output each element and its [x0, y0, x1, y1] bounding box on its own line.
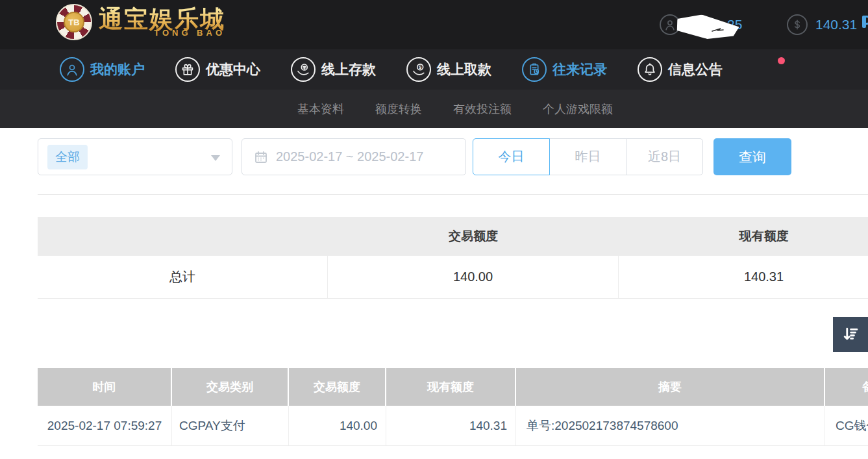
- date-range-value: 2025-02-17 ~ 2025-02-17: [276, 149, 423, 164]
- nav-label: 往来记录: [552, 60, 607, 79]
- quick-date-buttons: 今日 昨日 近8日: [473, 138, 703, 175]
- col-time: 时间: [38, 368, 172, 406]
- main-nav: 我的账户 优惠中心 线上存款: [0, 49, 868, 90]
- deposit-icon: [291, 57, 316, 82]
- calendar-icon: [254, 150, 268, 164]
- subnav-item-valid-bets[interactable]: 有效投注额: [453, 101, 512, 117]
- subnav-item-credit-transfer[interactable]: 额度转换: [375, 101, 422, 117]
- nav-label: 优惠中心: [206, 60, 260, 79]
- summary-header-balance: 现有额度: [619, 217, 868, 256]
- transactions-table-header: 时间 交易类别 交易额度 现有额度 摘要 备注: [38, 368, 868, 406]
- col-balance: 现有额度: [386, 368, 516, 406]
- cell-time: 2025-02-17 07:59:27: [38, 406, 172, 445]
- last-8-days-button[interactable]: 近8日: [626, 138, 703, 175]
- summary-table-header: 交易额度 现有额度: [38, 217, 868, 256]
- yesterday-button[interactable]: 昨日: [549, 138, 626, 175]
- col-amount: 交易额度: [289, 368, 386, 406]
- gift-icon: [175, 57, 200, 82]
- chip-monogram: TB: [64, 12, 84, 32]
- nav-label: 线上存款: [321, 60, 376, 79]
- transactions-table: 时间 交易类别 交易额度 现有额度 摘要 备注 2025-02-17 07:59…: [38, 368, 868, 446]
- nav-label: 我的账户: [90, 60, 145, 79]
- summary-table: 交易额度 现有额度 总计 140.00 140.31: [38, 217, 868, 299]
- filter-bar: 全部 2025-02-17 ~ 2025-02-17 今日 昨日 近8日 查询: [38, 138, 868, 175]
- account-balance[interactable]: 140.31: [787, 14, 857, 35]
- table-row: 2025-02-17 07:59:27 CGPAY支付 140.00 140.3…: [38, 406, 868, 446]
- bell-icon: [638, 57, 662, 82]
- summary-total-label: 总计: [38, 256, 328, 298]
- notification-badge-dot: [778, 57, 785, 64]
- site-logo[interactable]: TB 通宝娱乐城 TONG BAO: [56, 4, 225, 40]
- cell-type: CGPAY支付: [172, 406, 289, 445]
- site-subtitle: TONG BAO: [154, 28, 225, 38]
- col-type: 交易类别: [172, 368, 289, 406]
- subnav-item-basic-info[interactable]: 基本资料: [297, 101, 344, 117]
- date-range-input[interactable]: 2025-02-17 ~ 2025-02-17: [242, 138, 466, 175]
- summary-header-empty: [38, 217, 328, 256]
- col-summary: 摘要: [516, 368, 825, 406]
- cell-summary: 单号:202502173874578600: [516, 406, 825, 445]
- nav-item-my-account[interactable]: 我的账户: [60, 57, 145, 82]
- balance-amount: 140.31: [815, 17, 857, 32]
- nav-label: 信息公告: [668, 60, 723, 79]
- selected-type-chip: 全部: [47, 145, 88, 169]
- nav-item-records[interactable]: 往来记录: [522, 57, 607, 82]
- col-remark: 备注: [825, 368, 868, 406]
- topbar: TB 通宝娱乐城 TONG BAO 25: [0, 0, 868, 49]
- user-icon: [60, 57, 84, 82]
- sub-nav: 基本资料 额度转换 有效投注额 个人游戏限额: [0, 90, 868, 128]
- sort-descending-icon: [841, 325, 860, 343]
- cell-remark: CG钱包: [825, 406, 868, 445]
- today-button[interactable]: 今日: [473, 138, 550, 175]
- query-button[interactable]: 查询: [713, 138, 791, 175]
- svg-text:$: $: [419, 64, 422, 70]
- summary-header-transaction: 交易额度: [328, 217, 619, 256]
- nav-item-announcements[interactable]: 信息公告: [638, 57, 723, 82]
- chevron-down-icon: [211, 155, 220, 161]
- nav-label: 线上取款: [437, 60, 491, 79]
- section-divider: [38, 194, 868, 195]
- sort-descending-button[interactable]: [833, 317, 868, 352]
- cell-balance: 140.31: [386, 406, 516, 445]
- dollar-icon: [787, 14, 808, 35]
- casino-chip-icon: TB: [56, 4, 92, 40]
- nav-item-withdraw[interactable]: $ 线上取款: [406, 57, 491, 82]
- page: TB 通宝娱乐城 TONG BAO 25: [0, 0, 868, 459]
- summary-total-row: 总计 140.00 140.31: [38, 256, 868, 299]
- nav-item-promotions[interactable]: 优惠中心: [175, 57, 260, 82]
- summary-current-balance: 140.31: [619, 256, 868, 298]
- nav-item-deposit[interactable]: 线上存款: [291, 57, 376, 82]
- clipped-suffix-glyph: [862, 16, 866, 28]
- summary-transaction-amount: 140.00: [328, 256, 619, 298]
- records-icon: [522, 57, 547, 82]
- transaction-type-select[interactable]: 全部: [38, 138, 232, 175]
- cell-amount: 140.00: [289, 406, 386, 445]
- withdraw-icon: $: [406, 57, 431, 82]
- scribble-pen-mark: [712, 27, 725, 34]
- subnav-item-game-limits[interactable]: 个人游戏限额: [543, 101, 613, 117]
